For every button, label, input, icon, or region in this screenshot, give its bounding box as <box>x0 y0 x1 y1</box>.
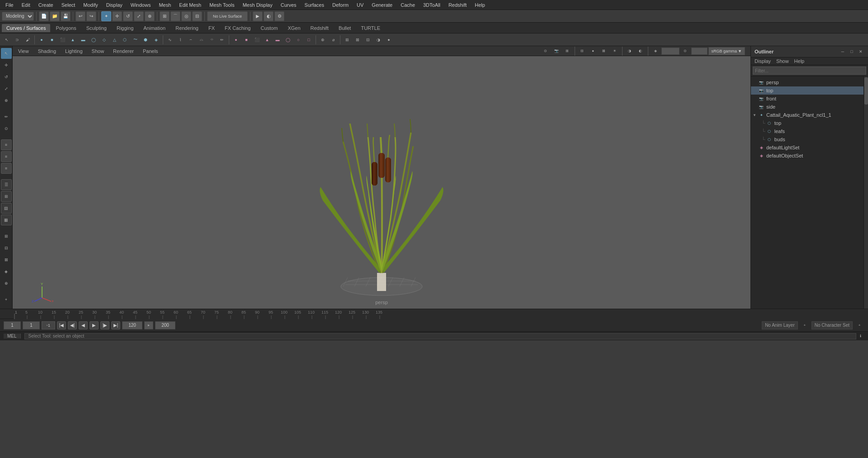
tab-rigging[interactable]: Rigging <box>112 24 138 32</box>
rotate-tool-left[interactable]: ↺ <box>1 72 12 82</box>
cube-btn[interactable]: ■ <box>47 35 57 45</box>
outliner-show-menu[interactable]: Show <box>776 58 789 64</box>
move-tool-left[interactable]: ✛ <box>1 60 12 71</box>
snap-surface-btn[interactable]: ⊟ <box>192 11 202 21</box>
nurbs-cube-btn[interactable]: ■ <box>241 35 251 45</box>
outliner-search[interactable] <box>753 67 866 75</box>
menu-file[interactable]: File <box>2 1 17 9</box>
scale-tool-btn[interactable]: ⤢ <box>134 11 144 21</box>
tab-xgen[interactable]: XGen <box>283 24 305 32</box>
paint-tool-left[interactable]: ✏ <box>1 111 12 122</box>
nurbs-square-btn[interactable]: □ <box>304 35 314 45</box>
save-file-btn[interactable]: 💾 <box>61 11 71 21</box>
outliner-display-menu[interactable]: Display <box>755 58 771 64</box>
deform-btn[interactable]: ⌀ <box>328 35 338 45</box>
menu-surfaces[interactable]: Surfaces <box>301 1 328 9</box>
view-menu-view[interactable]: View <box>14 48 33 54</box>
go-start-btn[interactable]: |◀ <box>57 321 66 329</box>
snap-curve-btn[interactable]: ⌒ <box>170 11 180 21</box>
outliner-item-buds[interactable]: └ ⬡ buds <box>751 135 863 143</box>
viewport[interactable]: Y X Z persp <box>13 56 750 309</box>
gamma-icon[interactable]: ⊙ <box>680 46 690 56</box>
cylinder-btn[interactable]: ⬛ <box>57 35 67 45</box>
open-file-btn[interactable]: 📁 <box>50 11 60 21</box>
camera-settings-btn[interactable]: 📷 <box>552 46 561 56</box>
wireframe-btn[interactable]: ⊟ <box>577 46 587 56</box>
range-end-input[interactable]: 200 <box>155 321 175 329</box>
tab-sculpting[interactable]: Sculpting <box>82 24 111 32</box>
torus-btn[interactable]: ◯ <box>89 35 99 45</box>
platonic-btn[interactable]: ◈ <box>151 35 161 45</box>
outliner-item-leafs[interactable]: └ ⬡ leafs <box>751 127 863 135</box>
display1-btn[interactable]: ⊞ <box>342 35 352 45</box>
menu-edit-mesh[interactable]: Edit Mesh <box>175 1 205 9</box>
outliner-scrollbar[interactable] <box>863 76 868 309</box>
anim-layer-btn[interactable]: + <box>800 320 810 330</box>
menu-select[interactable]: Select <box>58 1 79 9</box>
gamma-val2[interactable]: 1.00 <box>691 48 708 55</box>
ipr-btn[interactable]: ◐ <box>264 11 274 21</box>
no-live-surface-btn[interactable]: No Live Surface <box>207 11 248 21</box>
tab-rendering[interactable]: Rendering <box>171 24 203 32</box>
display2-btn[interactable]: ⊠ <box>353 35 363 45</box>
outliner-item-cattail[interactable]: ▼ ✦ Cattail_Aquatic_Plant_ncl1_1 <box>751 111 863 119</box>
snap-point-btn[interactable]: ◎ <box>181 11 191 21</box>
undo-btn[interactable]: ↩ <box>75 11 85 21</box>
two-point-arc-btn[interactable]: ⌔ <box>207 35 217 45</box>
menu-create[interactable]: Create <box>35 1 57 9</box>
menu-help[interactable]: Help <box>471 1 489 9</box>
mode-dropdown[interactable]: Modeling <box>2 12 34 21</box>
channels-btn[interactable]: ☰ <box>1 179 12 190</box>
current-frame-input[interactable]: 1 <box>4 321 21 329</box>
scroll-thumb[interactable] <box>864 77 868 105</box>
gamma-val1[interactable]: 0.00 <box>661 48 679 55</box>
ao-btn[interactable]: ◐ <box>636 46 646 56</box>
tab-polygons[interactable]: Polygons <box>51 24 80 32</box>
script-type-indicator[interactable]: MEL <box>4 334 21 339</box>
sculpt-btn[interactable]: ⊕ <box>318 35 328 45</box>
helix-btn[interactable]: 〜 <box>130 35 140 45</box>
menu-modify[interactable]: Modify <box>80 1 101 9</box>
display3-btn[interactable]: ⊟ <box>363 35 373 45</box>
step-forward-btn[interactable]: |▶ <box>100 321 109 329</box>
outliner-minimize-btn[interactable]: ─ <box>839 48 846 55</box>
cv-curve-btn[interactable]: ⌇ <box>175 35 185 45</box>
nurbs-torus-btn[interactable]: ◯ <box>283 35 293 45</box>
tab-custom[interactable]: Custom <box>256 24 283 32</box>
shading1-btn[interactable]: ◑ <box>373 35 383 45</box>
bottom-extra-btn[interactable]: + <box>1 294 12 305</box>
render-btn[interactable]: ▶ <box>253 11 263 21</box>
tab-turtle[interactable]: TURTLE <box>356 24 385 32</box>
end-frame-input[interactable]: 120 <box>122 321 142 329</box>
outliner-help-menu[interactable]: Help <box>794 58 805 64</box>
tab-bullet[interactable]: Bullet <box>334 24 356 32</box>
nurbs-sphere-btn[interactable]: ● <box>231 35 241 45</box>
universal-manip-btn[interactable]: ⊕ <box>145 11 155 21</box>
menu-uv[interactable]: UV <box>353 1 367 9</box>
extra-btn2[interactable]: ⊟ <box>1 243 12 253</box>
new-file-btn[interactable]: 📄 <box>39 11 49 21</box>
cone-btn[interactable]: ▲ <box>68 35 78 45</box>
ep-curve-btn[interactable]: ∿ <box>165 35 175 45</box>
tab-fx[interactable]: FX <box>204 24 219 32</box>
menu-redshift[interactable]: Redshift <box>445 1 470 9</box>
play-back-btn[interactable]: ◀ <box>79 321 88 329</box>
extra-btn5[interactable]: ⊕ <box>1 278 12 289</box>
view-menu-lighting[interactable]: Lighting <box>61 48 86 54</box>
view-menu-panels[interactable]: Panels <box>139 48 162 54</box>
tab-animation[interactable]: Animation <box>139 24 170 32</box>
outliner-item-top-child[interactable]: └ ⬡ top <box>751 119 863 127</box>
select-mode-btn[interactable]: ↖ <box>2 35 12 45</box>
soccer-btn[interactable]: ⬢ <box>141 35 151 45</box>
timeline-ruler[interactable]: /* ticks drawn inline */ 1 5 10 15 20 25… <box>14 309 868 319</box>
tab-fx-caching[interactable]: FX Caching <box>220 24 255 32</box>
view-menu-renderer[interactable]: Renderer <box>109 48 137 54</box>
bezier-btn[interactable]: ⌢ <box>186 35 196 45</box>
extra-btn3[interactable]: ⊠ <box>1 254 12 265</box>
extra-btn4[interactable]: ◈ <box>1 266 12 277</box>
outliner-item-front[interactable]: 📷 front <box>751 95 863 103</box>
play-forward-btn[interactable]: ▶ <box>90 321 99 329</box>
paint-select-btn[interactable]: 🖌 <box>23 35 33 45</box>
resolution-gate-btn[interactable]: ⊞ <box>562 46 572 56</box>
go-end-btn[interactable]: ▶| <box>111 321 120 329</box>
